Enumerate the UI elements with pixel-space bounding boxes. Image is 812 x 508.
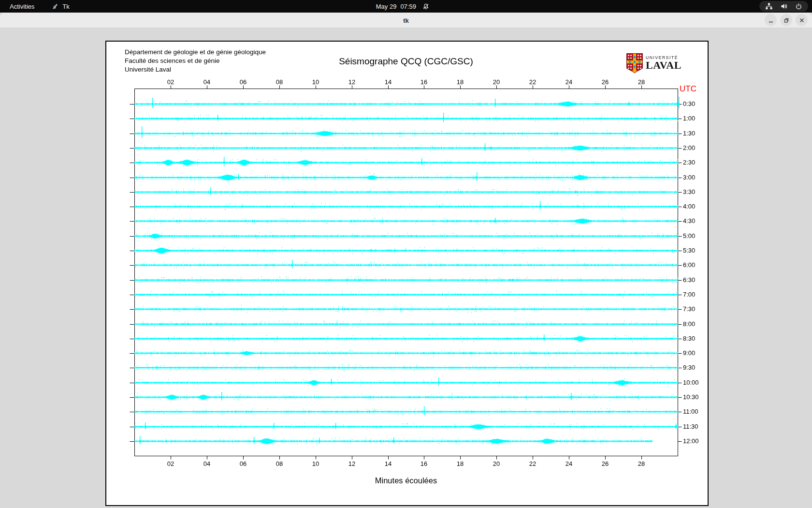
minute-tick-label-bottom: 14	[381, 460, 395, 467]
minute-tick-label-bottom: 04	[200, 460, 214, 467]
minute-tick-label-bottom: 12	[345, 460, 359, 467]
utc-time-label: 9:30	[683, 364, 695, 371]
tk-window-body: Département de géologie et de génie géol…	[0, 28, 812, 508]
tk-icon	[52, 3, 59, 10]
header-line-1: Département de géologie et de génie géol…	[125, 48, 266, 57]
clock-time: 07:59	[400, 3, 416, 10]
minute-tick-label-top: 18	[453, 78, 467, 86]
minute-tick-label-bottom: 06	[236, 460, 250, 467]
utc-time-label: 8:00	[683, 320, 695, 328]
minute-tick-label-bottom: 22	[525, 460, 540, 467]
minute-tick-label-top: 26	[598, 78, 612, 86]
utc-time-label: 3:30	[683, 188, 695, 195]
plot-title: Séismographe QCQ (CGC/GSC)	[134, 56, 678, 67]
minute-tick-label-bottom: 10	[308, 460, 323, 467]
gnome-top-bar: Activities Tk May 29 07:59	[0, 0, 812, 13]
maximize-button[interactable]	[780, 14, 792, 26]
minimize-button[interactable]	[765, 14, 777, 26]
minute-tick-label-top: 24	[562, 78, 576, 86]
window-titlebar: tk	[0, 13, 812, 28]
utc-axis-label: UTC	[680, 84, 696, 94]
volume-icon	[780, 2, 788, 10]
utc-time-label: 5:00	[683, 232, 695, 239]
clock-date: May 29	[376, 3, 397, 10]
minute-tick-label-bottom: 20	[489, 460, 504, 467]
close-button[interactable]	[796, 14, 808, 26]
utc-time-label: 12:00	[683, 437, 699, 445]
utc-time-label: 5:30	[683, 247, 695, 254]
minute-tick-label-bottom: 16	[417, 460, 431, 467]
minute-tick-label-bottom: 24	[562, 460, 576, 467]
minute-tick-label-bottom: 26	[598, 460, 612, 467]
utc-time-label: 2:00	[683, 144, 695, 151]
utc-time-label: 10:00	[683, 379, 699, 386]
clock-button[interactable]: May 29 07:59	[376, 0, 430, 13]
seismograph-plot: Département de géologie et de génie géol…	[106, 42, 708, 505]
minute-tick-label-top: 08	[272, 78, 287, 86]
utc-time-label: 0:30	[683, 100, 695, 107]
utc-time-label: 6:00	[683, 261, 695, 269]
utc-time-label: 3:00	[683, 174, 695, 181]
utc-time-label: 1:00	[683, 115, 695, 122]
utc-time-label: 2:30	[683, 159, 695, 166]
minute-tick-label-top: 06	[236, 78, 250, 86]
system-status-area[interactable]	[759, 1, 808, 12]
minute-tick-label-top: 16	[417, 78, 431, 86]
screen: Activities Tk May 29 07:59	[0, 0, 812, 508]
minute-tick-label-bottom: 28	[634, 460, 649, 467]
window-title: tk	[0, 13, 812, 28]
minute-tick-label-top: 04	[200, 78, 214, 86]
minute-tick-label-top: 22	[525, 78, 540, 86]
wired-network-icon	[765, 2, 773, 10]
laval-shield-icon	[626, 53, 643, 75]
utc-time-label: 6:30	[683, 276, 695, 284]
logo-laval-text: LAVAL	[646, 60, 682, 71]
minute-tick-label-bottom: 18	[453, 460, 467, 467]
minute-tick-label-top: 10	[308, 78, 323, 86]
utc-time-label: 11:00	[683, 408, 698, 415]
notifications-muted-icon	[422, 3, 430, 10]
utc-time-label: 10:30	[683, 393, 699, 401]
utc-time-label: 7:30	[683, 305, 695, 313]
utc-time-label: 1:30	[683, 130, 695, 137]
utc-time-label: 11:30	[683, 423, 698, 430]
utc-time-label: 8:30	[683, 335, 695, 342]
app-indicator[interactable]: Tk	[52, 3, 69, 10]
utc-time-label: 4:30	[683, 217, 695, 224]
minute-tick-label-top: 14	[381, 78, 395, 86]
universite-laval-logo: UNIVERSITÉ LAVAL	[626, 53, 682, 75]
activities-button[interactable]: Activities	[10, 0, 34, 13]
x-axis-label: Minutes écoulées	[134, 476, 678, 485]
minute-tick-label-top: 12	[345, 78, 359, 86]
app-indicator-label: Tk	[62, 3, 69, 10]
utc-time-label: 4:00	[683, 203, 695, 210]
minute-tick-label-bottom: 08	[272, 460, 287, 467]
utc-time-label: 9:00	[683, 349, 695, 357]
plot-frame: Département de géologie et de génie géol…	[105, 41, 709, 506]
minute-tick-label-bottom: 02	[163, 460, 178, 467]
utc-time-label: 7:00	[683, 291, 695, 298]
seismogram-canvas	[106, 42, 708, 505]
minute-tick-label-top: 28	[634, 78, 649, 86]
power-icon	[795, 3, 802, 10]
minute-tick-label-top: 02	[163, 78, 178, 86]
minute-tick-label-top: 20	[489, 78, 504, 86]
